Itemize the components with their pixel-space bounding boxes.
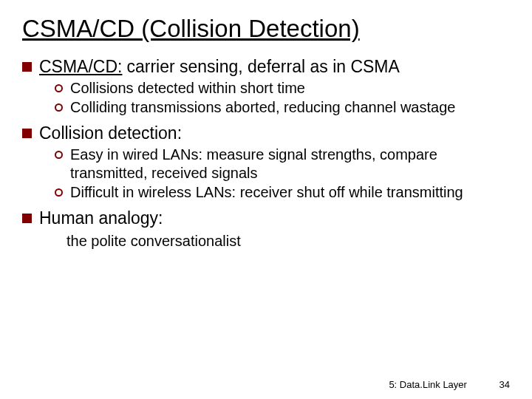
section-text: CSMA/CD:carrier sensing, deferral as in … <box>39 56 400 78</box>
section-item: Human analogy: <box>22 208 510 229</box>
section-rest: Collision detection: <box>39 123 182 143</box>
sub-item: Easy in wired LANs: measure signal stren… <box>55 146 510 183</box>
sub-item-text: Colliding transmissions aborted, reducin… <box>70 98 455 117</box>
sub-item: Difficult in wireless LANs: receiver shu… <box>55 183 510 202</box>
sub-list: Collisions detected within short time Co… <box>55 79 510 117</box>
plain-text: the polite conversationalist <box>66 231 510 250</box>
footer: 5: Data.Link Layer 34 <box>389 379 510 390</box>
sub-item: Collisions detected within short time <box>55 79 510 98</box>
sub-list: Easy in wired LANs: measure signal stren… <box>55 146 510 202</box>
section-lead: CSMA/CD: <box>39 57 122 76</box>
slide-title: CSMA/CD (Collision Detection) <box>22 15 510 43</box>
square-bullet-icon <box>22 214 32 223</box>
circle-bullet-icon <box>55 84 63 92</box>
section-rest: Human analogy: <box>39 208 163 228</box>
section-item: CSMA/CD:carrier sensing, deferral as in … <box>22 56 510 78</box>
footer-label: 5: Data.Link Layer <box>389 379 467 390</box>
sub-item-text: Difficult in wireless LANs: receiver shu… <box>70 183 463 202</box>
circle-bullet-icon <box>55 151 63 159</box>
section-text: Collision detection: <box>39 123 182 144</box>
slide: CSMA/CD (Collision Detection) CSMA/CD:ca… <box>0 0 532 399</box>
section-text: Human analogy: <box>39 208 163 229</box>
square-bullet-icon <box>22 62 32 72</box>
circle-bullet-icon <box>55 103 63 112</box>
sub-item-text: Easy in wired LANs: measure signal stren… <box>70 146 510 183</box>
sub-item-text: Collisions detected within short time <box>70 79 305 98</box>
square-bullet-icon <box>22 129 32 138</box>
sub-item: Colliding transmissions aborted, reducin… <box>55 98 510 117</box>
circle-bullet-icon <box>55 188 63 197</box>
footer-page-number: 34 <box>499 379 510 390</box>
section-item: Collision detection: <box>22 123 510 144</box>
section-rest: carrier sensing, deferral as in CSMA <box>126 57 399 76</box>
